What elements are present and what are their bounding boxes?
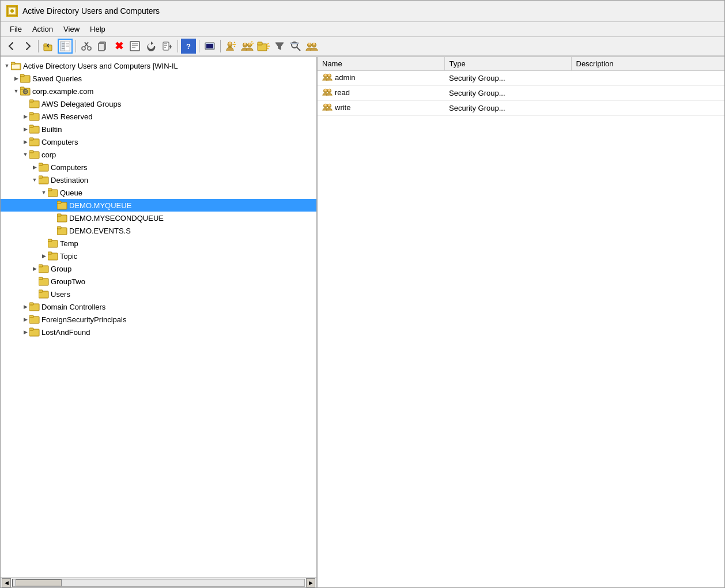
scroll-right-arrow[interactable]: ▶ xyxy=(306,578,315,587)
new-user-button[interactable] xyxy=(224,39,239,54)
tree-destination[interactable]: ▼ Destination xyxy=(1,174,316,186)
properties-button[interactable] xyxy=(127,39,142,54)
menu-file[interactable]: File xyxy=(5,23,27,35)
topic-expand[interactable]: ▶ xyxy=(40,252,48,260)
corp-example-icon xyxy=(20,86,31,96)
scroll-left-arrow[interactable]: ◀ xyxy=(2,578,11,587)
tree-corp-example[interactable]: ▼ corp.example.com xyxy=(1,85,316,97)
left-panel-scrollbar[interactable]: ◀ ▶ xyxy=(1,577,316,587)
corp-expand[interactable]: ▼ xyxy=(21,150,29,159)
toolbar: ✖ ? xyxy=(1,37,724,56)
scroll-thumb[interactable] xyxy=(16,579,62,586)
group-expand[interactable]: ▶ xyxy=(31,265,39,273)
delegate-button[interactable] xyxy=(304,39,319,54)
svg-rect-43 xyxy=(258,42,262,45)
destination-expand[interactable]: ▼ xyxy=(31,176,39,184)
saved-queries-label: Saved Queries xyxy=(32,74,82,83)
root-expand-icon[interactable]: ▼ xyxy=(3,62,11,70)
row-1-description xyxy=(571,86,724,101)
svg-rect-68 xyxy=(29,112,33,115)
console-tree-button[interactable] xyxy=(58,39,73,54)
tree-demo-myqueue[interactable]: DEMO.MYQUEUE xyxy=(1,199,316,212)
export-button[interactable] xyxy=(160,39,175,54)
menu-action[interactable]: Action xyxy=(28,23,58,35)
queue-expand[interactable]: ▼ xyxy=(40,189,48,197)
tree-temp[interactable]: Temp xyxy=(1,237,316,250)
col-name[interactable]: Name xyxy=(318,57,444,71)
aws-delegated-label: AWS Delegated Groups xyxy=(41,100,121,108)
lost-found-expand[interactable]: ▶ xyxy=(21,328,29,336)
title-bar: Active Directory Users and Computers xyxy=(1,1,724,22)
tree-users-corp[interactable]: Users xyxy=(1,288,316,300)
tree-demo-mysecondqueue[interactable]: DEMO.MYSECONDQUEUE xyxy=(1,212,316,224)
tree-aws-delegated[interactable]: AWS Delegated Groups xyxy=(1,97,316,110)
tree-root[interactable]: ▼ Active Directory Users and Computers [… xyxy=(1,59,316,72)
svg-rect-94 xyxy=(39,277,43,280)
refresh-button[interactable] xyxy=(144,39,158,54)
tree-grouptwo[interactable]: GroupTwo xyxy=(1,275,316,288)
lost-found-icon xyxy=(29,327,40,337)
back-button[interactable] xyxy=(4,39,19,54)
svg-point-37 xyxy=(244,43,246,45)
table-row[interactable]: write Security Group... xyxy=(318,101,724,116)
tree-topic[interactable]: ▶ Topic xyxy=(1,250,316,262)
table-row[interactable]: read Security Group... xyxy=(318,86,724,101)
tree-corp-computers[interactable]: ▶ Computers xyxy=(1,161,316,174)
svg-rect-82 xyxy=(57,201,61,203)
tree-computers-top[interactable]: ▶ Computers xyxy=(1,135,316,148)
svg-rect-66 xyxy=(29,100,33,102)
tree-corp[interactable]: ▼ corp xyxy=(1,148,316,161)
row-2-type: Security Group... xyxy=(444,101,571,116)
foreign-security-expand[interactable]: ▶ xyxy=(21,315,29,323)
tree-foreign-security[interactable]: ▶ ForeignSecurityPrincipals xyxy=(1,313,316,326)
svg-point-110 xyxy=(328,89,330,91)
up-folder-button[interactable] xyxy=(41,39,56,54)
corp-example-expand[interactable]: ▼ xyxy=(12,87,20,95)
tree-saved-queries[interactable]: ▶ Saved Queries xyxy=(1,72,316,85)
group-icon xyxy=(39,263,49,274)
mmc-button[interactable] xyxy=(202,39,217,54)
tree-aws-reserved[interactable]: ▶ AWS Reserved xyxy=(1,110,316,123)
svg-rect-4 xyxy=(44,44,47,46)
tree-builtin[interactable]: ▶ Builtin xyxy=(1,123,316,135)
saved-queries-expand[interactable]: ▶ xyxy=(12,74,20,82)
domain-controllers-expand[interactable]: ▶ xyxy=(21,303,29,311)
svg-line-41 xyxy=(251,44,252,45)
copy-button[interactable] xyxy=(95,39,110,54)
svg-rect-98 xyxy=(29,303,33,305)
help-button[interactable]: ? xyxy=(181,39,196,54)
scroll-track[interactable] xyxy=(12,579,305,587)
svg-rect-49 xyxy=(290,43,299,44)
col-description[interactable]: Description xyxy=(571,57,724,71)
svg-line-39 xyxy=(251,42,252,42)
tree-group[interactable]: ▶ Group xyxy=(1,262,316,275)
cut-button[interactable] xyxy=(79,39,94,54)
tree-queue[interactable]: ▼ Queue xyxy=(1,186,316,199)
delete-button[interactable]: ✖ xyxy=(111,39,126,54)
grouptwo-label: GroupTwo xyxy=(51,277,85,286)
svg-point-52 xyxy=(308,43,311,45)
corp-computers-expand[interactable]: ▶ xyxy=(31,163,39,171)
filter-button[interactable] xyxy=(272,39,287,54)
svg-point-114 xyxy=(328,104,330,106)
forward-button[interactable] xyxy=(20,39,35,54)
new-group-button[interactable] xyxy=(240,39,255,54)
tree-lost-found[interactable]: ▶ LostAndFound xyxy=(1,326,316,338)
domain-controllers-icon xyxy=(29,301,40,312)
menu-help[interactable]: Help xyxy=(85,23,110,35)
builtin-expand[interactable]: ▶ xyxy=(21,125,29,133)
find-button[interactable] xyxy=(288,39,303,54)
new-ou-button[interactable] xyxy=(256,39,271,54)
tree-demo-events[interactable]: DEMO.EVENTS.S xyxy=(1,224,316,237)
group-icon-read: read xyxy=(322,88,350,97)
aws-reserved-expand[interactable]: ▶ xyxy=(21,112,29,120)
builtin-label: Builtin xyxy=(41,125,62,134)
computers-top-expand[interactable]: ▶ xyxy=(21,138,29,146)
menu-view[interactable]: View xyxy=(59,23,84,35)
toolbar-sep-1 xyxy=(38,40,39,52)
tree-domain-controllers[interactable]: ▶ Domain Controllers xyxy=(1,300,316,313)
table-row[interactable]: admin Security Group... xyxy=(318,71,724,86)
window-title: Active Directory Users and Computers xyxy=(22,6,160,16)
col-type[interactable]: Type xyxy=(444,57,571,71)
computers-top-icon xyxy=(29,137,40,147)
